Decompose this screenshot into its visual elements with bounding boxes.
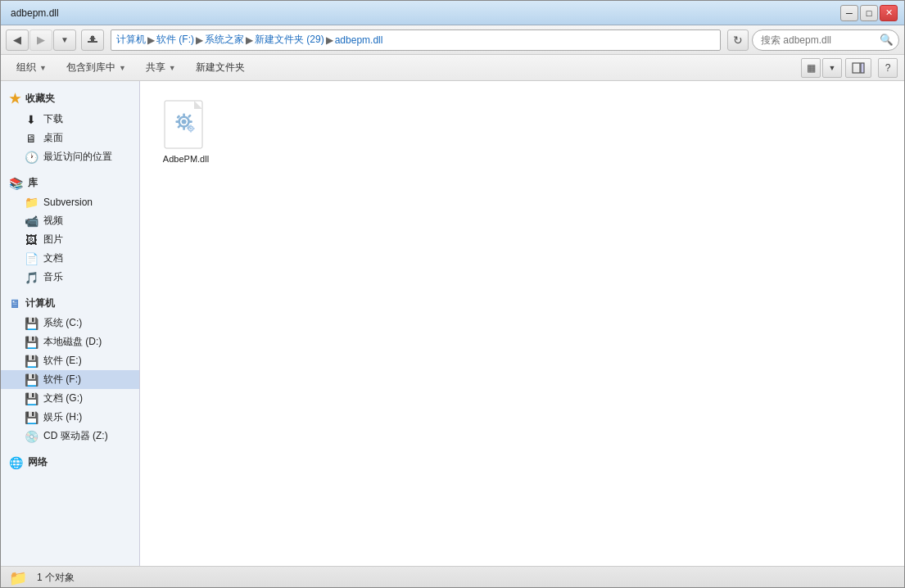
new-folder-button[interactable]: 新建文件夹 [187,57,254,79]
window-title: adbepm.dll [11,7,59,19]
svg-rect-11 [183,127,185,130]
svg-rect-21 [190,130,191,132]
include-library-button[interactable]: 包含到库中 ▼ [57,57,135,79]
sidebar-item-drive-c[interactable]: 💾 系统 (C:) [1,314,139,332]
forward-button[interactable]: ▶ [29,29,52,51]
sidebar-item-drive-d[interactable]: 💾 本地磁盘 (D:) [1,332,139,351]
sidebar-item-subversion[interactable]: 📁 Subversion [1,193,139,211]
sidebar-favorites-header[interactable]: ★ 收藏夹 [1,88,139,110]
file-name: AdbePM.dll [163,154,209,164]
title-bar: adbepm.dll ─ □ ✕ [1,1,904,25]
sidebar: ★ 收藏夹 ⬇ 下载 🖥 桌面 🕐 最近访问的位置 📚 库 📁 Subversi… [1,81,140,566]
recent-icon: 🕐 [24,151,38,164]
download-icon: ⬇ [24,113,38,126]
svg-rect-22 [187,128,188,129]
documents-icon: 📄 [24,252,38,265]
breadcrumb-folder1[interactable]: 系统之家 [205,33,244,47]
svg-rect-20 [190,124,191,126]
drive-e-icon: 💾 [24,355,38,368]
sidebar-item-recent[interactable]: 🕐 最近访问的位置 [1,147,139,166]
sidebar-item-pictures[interactable]: 🖼 图片 [1,230,139,249]
status-bar: 📁 1 个对象 [1,566,904,588]
sidebar-network-header[interactable]: 🌐 网络 [1,452,139,473]
maximize-button[interactable]: □ [860,5,878,21]
search-button[interactable]: 🔍 [878,32,894,48]
sidebar-item-documents[interactable]: 📄 文档 [1,249,139,268]
sidebar-item-music[interactable]: 🎵 音乐 [1,268,139,287]
sidebar-item-video[interactable]: 📹 视频 [1,211,139,230]
drive-f-icon: 💾 [24,373,38,387]
svg-point-19 [190,128,192,129]
share-button[interactable]: 共享 ▼ [137,57,185,79]
drive-g-icon: 💾 [24,392,38,405]
help-button[interactable]: ? [878,58,898,78]
file-icon-dll [163,99,209,152]
window-controls: ─ □ ✕ [840,5,898,21]
search-input[interactable] [752,29,899,51]
breadcrumb-current[interactable]: adbepm.dll [335,34,383,46]
network-label: 网络 [28,455,48,469]
svg-rect-13 [189,120,192,123]
libraries-label: 库 [28,176,38,190]
minimize-button[interactable]: ─ [840,5,858,21]
search-wrapper: 🔍 [752,29,899,51]
view-toggle-button[interactable]: ▦ [801,58,821,78]
organize-button[interactable]: 组织 ▼ [7,57,56,79]
svg-point-9 [182,120,187,124]
status-count: 1 个对象 [37,571,75,585]
dropdown-button[interactable]: ▼ [53,29,76,51]
close-button[interactable]: ✕ [880,5,898,21]
file-item-adbepm[interactable]: AdbePM.dll [153,94,219,169]
desktop-icon: 🖥 [24,132,38,145]
sidebar-libraries-header[interactable]: 📚 库 [1,173,139,193]
library-icon: 📚 [9,177,23,190]
drive-h-icon: 💾 [24,411,38,424]
drive-c-icon: 💾 [24,317,38,330]
svg-rect-23 [192,128,194,129]
computer-label: 计算机 [25,296,55,310]
svg-marker-2 [89,35,96,39]
breadcrumb-bar[interactable]: 计算机 ▶ 软件 (F:) ▶ 系统之家 ▶ 新建文件夹 (29) ▶ adbe… [111,29,721,51]
back-button[interactable]: ◀ [6,29,29,51]
favorites-label: 收藏夹 [25,92,55,106]
address-bar: ◀ ▶ ▼ 计算机 ▶ 软件 (F:) ▶ 系统之家 ▶ 新建文件夹 (29) … [1,25,904,55]
drive-z-icon: 💿 [24,430,38,443]
drive-d-icon: 💾 [24,336,38,349]
file-area: AdbePM.dll [140,81,904,566]
svg-rect-4 [861,63,864,73]
sidebar-item-drive-g[interactable]: 💾 文档 (G:) [1,389,139,408]
toolbar-right: ▦ ▼ ? [801,58,898,78]
sidebar-item-drive-h[interactable]: 💾 娱乐 (H:) [1,408,139,427]
network-icon: 🌐 [9,456,23,469]
main-layout: ★ 收藏夹 ⬇ 下载 🖥 桌面 🕐 最近访问的位置 📚 库 📁 Subversi… [1,81,904,566]
sidebar-item-drive-f[interactable]: 💾 软件 (F:) [1,370,139,389]
refresh-button[interactable]: ↻ [727,29,749,51]
preview-pane-button[interactable] [845,58,871,78]
star-icon: ★ [9,91,20,106]
status-folder-icon: 📁 [9,569,27,587]
sidebar-item-download[interactable]: ⬇ 下载 [1,110,139,129]
video-icon: 📹 [24,215,38,228]
nav-buttons: ◀ ▶ ▼ [6,29,76,51]
breadcrumb-folder2[interactable]: 新建文件夹 (29) [255,33,324,47]
view-dropdown-button[interactable]: ▼ [822,58,842,78]
breadcrumb-drive[interactable]: 软件 (F:) [156,33,194,47]
sidebar-computer-header[interactable]: 🖥 计算机 [1,293,139,314]
toolbar: 组织 ▼ 包含到库中 ▼ 共享 ▼ 新建文件夹 ▦ ▼ ? [1,55,904,81]
sidebar-item-drive-z[interactable]: 💿 CD 驱动器 (Z:) [1,427,139,446]
sidebar-item-desktop[interactable]: 🖥 桌面 [1,129,139,147]
svg-rect-10 [183,113,185,116]
view-controls: ▦ ▼ [801,58,842,78]
computer-icon: 🖥 [9,297,20,310]
breadcrumb-computer[interactable]: 计算机 [116,33,146,47]
sidebar-item-drive-e[interactable]: 💾 软件 (E:) [1,351,139,370]
up-button[interactable] [81,29,104,51]
music-icon: 🎵 [24,271,38,284]
subversion-icon: 📁 [24,196,38,209]
svg-rect-12 [175,120,179,123]
svg-rect-3 [853,63,860,73]
pictures-icon: 🖼 [24,233,38,247]
